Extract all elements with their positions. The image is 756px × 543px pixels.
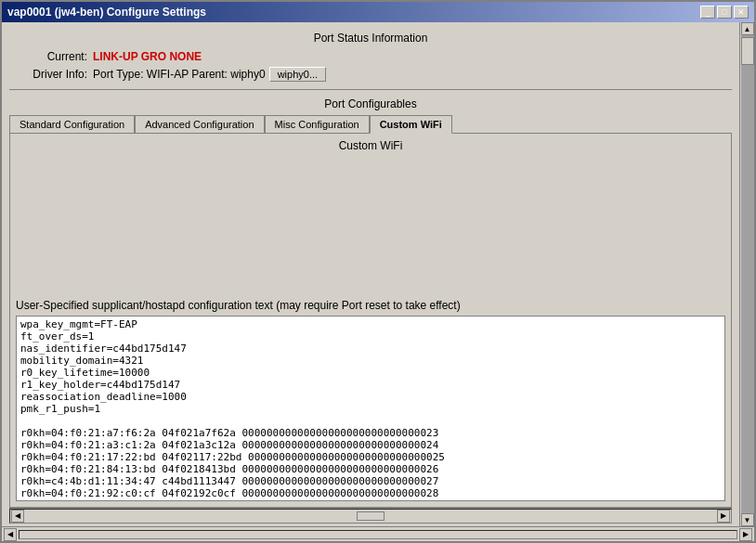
tab-standard-configuration[interactable]: Standard Configuration bbox=[9, 115, 135, 134]
scroll-thumb-vertical[interactable] bbox=[741, 37, 754, 65]
current-label: Current: bbox=[13, 50, 87, 63]
horizontal-scrollbar[interactable]: ◀ ▶ bbox=[9, 509, 732, 524]
close-button[interactable]: ✕ bbox=[734, 6, 749, 19]
outer-layout: Port Status Information Current: LINK-UP… bbox=[2, 22, 754, 541]
scroll-right-arrow[interactable]: ▶ bbox=[717, 510, 730, 523]
supplicant-label: User-Specified supplicant/hostapd config… bbox=[16, 299, 725, 312]
config-textarea[interactable] bbox=[17, 317, 724, 500]
current-value: LINK-UP GRO NONE bbox=[93, 50, 202, 63]
current-info-row: Current: LINK-UP GRO NONE bbox=[13, 50, 728, 63]
tab-custom-wifi[interactable]: Custom WiFi bbox=[370, 115, 452, 134]
tab-misc-configuration[interactable]: Misc Configuration bbox=[265, 115, 370, 134]
driver-info-row: Driver Info: Port Type: WIFI-AP Parent: … bbox=[13, 67, 728, 82]
bottom-scroll-right[interactable]: ▶ bbox=[739, 528, 752, 541]
scroll-track bbox=[741, 35, 754, 513]
window-bottom-scrollbar: ◀ ▶ bbox=[2, 526, 754, 541]
window-controls: _ □ ✕ bbox=[700, 6, 749, 19]
tabs-container: Standard Configuration Advanced Configur… bbox=[9, 114, 732, 133]
inner-layout: Port Status Information Current: LINK-UP… bbox=[2, 22, 754, 526]
config-text-container bbox=[16, 316, 725, 501]
scroll-thumb-horizontal[interactable] bbox=[357, 511, 385, 521]
tab-content-area: Custom WiFi User-Specified supplicant/ho… bbox=[9, 133, 732, 508]
title-bar: vap0001 (jw4-ben) Configure Settings _ □… bbox=[2, 2, 754, 22]
bottom-scrollbar-container: ◀ ▶ bbox=[9, 508, 732, 523]
driver-label: Driver Info: bbox=[13, 68, 87, 81]
maximize-button[interactable]: □ bbox=[717, 6, 732, 19]
tab-panel-title: Custom WiFi bbox=[16, 139, 725, 152]
wiphy-button[interactable]: wiphy0... bbox=[269, 67, 326, 82]
scroll-up-button[interactable]: ▲ bbox=[741, 22, 754, 35]
custom-wifi-spacer bbox=[16, 156, 725, 299]
vertical-scrollbar: ▲ ▼ bbox=[739, 22, 754, 526]
tab-advanced-configuration[interactable]: Advanced Configuration bbox=[135, 115, 264, 134]
window-content: Port Status Information Current: LINK-UP… bbox=[2, 22, 739, 526]
minimize-button[interactable]: _ bbox=[700, 6, 715, 19]
window-title: vap0001 (jw4-ben) Configure Settings bbox=[7, 6, 206, 19]
port-configurables-title: Port Configurables bbox=[6, 97, 736, 110]
scroll-left-arrow[interactable]: ◀ bbox=[11, 510, 24, 523]
bottom-scroll-left[interactable]: ◀ bbox=[4, 528, 17, 541]
scroll-down-button[interactable]: ▼ bbox=[741, 513, 754, 526]
custom-wifi-panel: Custom WiFi User-Specified supplicant/ho… bbox=[10, 134, 731, 507]
port-status-title: Port Status Information bbox=[6, 32, 736, 45]
driver-value: Port Type: WIFI-AP Parent: wiphy0 bbox=[93, 68, 266, 81]
divider-1 bbox=[9, 89, 732, 90]
bottom-scroll-thumb[interactable] bbox=[19, 530, 737, 539]
bottom-scroll-track: ◀ ▶ bbox=[2, 527, 754, 542]
main-window: vap0001 (jw4-ben) Configure Settings _ □… bbox=[0, 0, 756, 543]
